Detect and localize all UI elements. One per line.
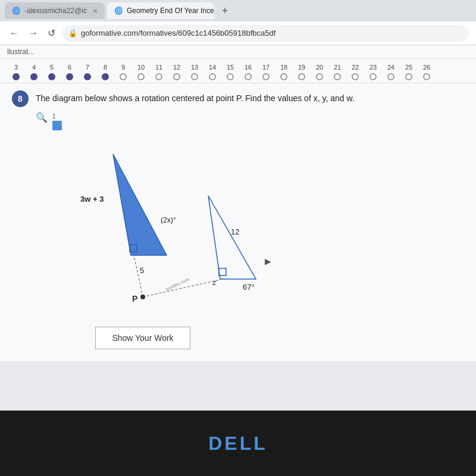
svg-text:5: 5 xyxy=(140,266,144,275)
dot-19[interactable] xyxy=(293,73,311,80)
dot-7[interactable] xyxy=(79,73,96,80)
dot-23[interactable] xyxy=(364,73,382,80)
new-tab-button[interactable]: + xyxy=(217,2,233,19)
svg-text:(2x)°: (2x)° xyxy=(161,216,176,224)
dot-22[interactable] xyxy=(346,73,364,80)
dot-4[interactable] xyxy=(25,73,43,80)
content-area: llustrat... 3 4 5 6 7 8 9 10 11 12 13 14 xyxy=(0,45,476,411)
svg-point-6 xyxy=(140,295,145,299)
dot-16[interactable] xyxy=(239,73,257,80)
svg-text:3w + 3: 3w + 3 xyxy=(80,195,104,203)
svg-line-4 xyxy=(134,255,143,297)
dot-11[interactable] xyxy=(150,73,168,80)
progress-bar-area: 3 4 5 6 7 8 9 10 11 12 13 14 15 16 17 18 xyxy=(0,59,476,83)
svg-text:P: P xyxy=(132,294,137,303)
svg-text:12: 12 xyxy=(231,227,239,236)
tab-alexus[interactable]: 🌀 -alexusmicha22@ic ✕ xyxy=(5,2,105,19)
dot-13[interactable] xyxy=(186,73,203,80)
url-bar[interactable]: 🔒 goformative.com/formatives/609c1c1456b… xyxy=(62,25,469,42)
tab-label-alexus: -alexusmicha22@ic xyxy=(24,7,87,15)
show-your-work-button[interactable]: Show Your Work xyxy=(95,327,190,349)
dot-9[interactable] xyxy=(114,73,132,80)
work-area: Show Your Work xyxy=(95,327,464,349)
dot-8[interactable] xyxy=(96,73,114,80)
lock-icon: 🔒 xyxy=(68,29,77,37)
svg-rect-3 xyxy=(219,268,226,275)
screen-bezel: 🌀 -alexusmicha22@ic ✕ 🌀 Geometry End Of … xyxy=(0,0,476,476)
question-area: 8 The diagram below shows a rotation cen… xyxy=(0,83,476,361)
tab-icon-geometry: 🌀 xyxy=(114,7,123,15)
url-text: goformative.com/formatives/609c1c1456b05… xyxy=(81,29,275,37)
dot-6[interactable] xyxy=(61,73,79,80)
question-sub-number: 1 xyxy=(52,113,62,120)
dot-5[interactable] xyxy=(43,73,61,80)
question-number: 8 xyxy=(12,90,29,107)
forward-button[interactable]: → xyxy=(26,26,40,41)
svg-text:▶: ▶ xyxy=(265,256,271,266)
tab-bar: 🌀 -alexusmicha22@ic ✕ 🌀 Geometry End Of … xyxy=(0,0,476,21)
tab-label-geometry: Geometry End Of Year Incentive xyxy=(127,7,214,15)
tab-close-alexus[interactable]: ✕ xyxy=(93,8,98,14)
tab-icon: 🌀 xyxy=(12,7,21,15)
svg-text:z: z xyxy=(212,278,217,287)
svg-text:kuntles.com: kuntles.com xyxy=(165,276,190,292)
address-bar: ← → ↺ 🔒 goformative.com/formatives/609c1… xyxy=(0,21,476,45)
dot-3[interactable] xyxy=(7,73,25,80)
progress-numbers: 3 4 5 6 7 8 9 10 11 12 13 14 15 16 17 18 xyxy=(7,64,469,71)
diagram-area: P 3w + 3 (2x)° 12 5 z 67° xyxy=(36,136,274,315)
magnify-icon[interactable]: 🔍 xyxy=(36,112,48,130)
dot-24[interactable] xyxy=(382,73,400,80)
bottom-bezel: DELL xyxy=(0,411,476,476)
small-blue-button[interactable] xyxy=(52,121,62,130)
reload-button[interactable]: ↺ xyxy=(45,25,58,41)
svg-text:67°: 67° xyxy=(243,283,255,292)
browser-window: 🌀 -alexusmicha22@ic ✕ 🌀 Geometry End Of … xyxy=(0,0,476,411)
dell-logo: DELL xyxy=(208,433,268,455)
breadcrumb: llustrat... xyxy=(0,45,476,59)
geometry-diagram: P 3w + 3 (2x)° 12 5 z 67° xyxy=(36,136,274,315)
question-text: The diagram below shows a rotation cente… xyxy=(36,90,355,105)
dot-12[interactable] xyxy=(168,73,186,80)
dot-18[interactable] xyxy=(275,73,293,80)
dot-20[interactable] xyxy=(311,73,328,80)
dot-21[interactable] xyxy=(328,73,346,80)
dot-25[interactable] xyxy=(400,73,418,80)
breadcrumb-text: llustrat... xyxy=(7,48,34,56)
back-button[interactable]: ← xyxy=(7,26,21,41)
dot-17[interactable] xyxy=(257,73,275,80)
progress-dots xyxy=(7,73,469,80)
question-sub-icons: 🔍 1 xyxy=(36,112,464,130)
question-header: 8 The diagram below shows a rotation cen… xyxy=(12,90,464,107)
dot-10[interactable] xyxy=(132,73,150,80)
tab-geometry[interactable]: 🌀 Geometry End Of Year Incentive ✕ xyxy=(107,2,214,19)
dot-26[interactable] xyxy=(418,73,436,80)
svg-marker-0 xyxy=(113,154,167,255)
dot-14[interactable] xyxy=(203,73,221,80)
dot-15[interactable] xyxy=(221,73,239,80)
svg-marker-2 xyxy=(208,196,256,279)
